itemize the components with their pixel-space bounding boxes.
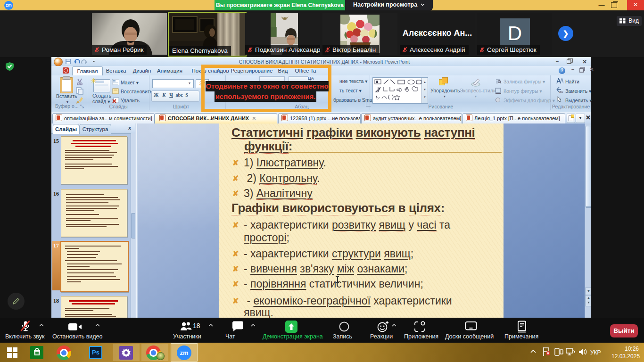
- svg-text:ac: ac: [559, 90, 563, 93]
